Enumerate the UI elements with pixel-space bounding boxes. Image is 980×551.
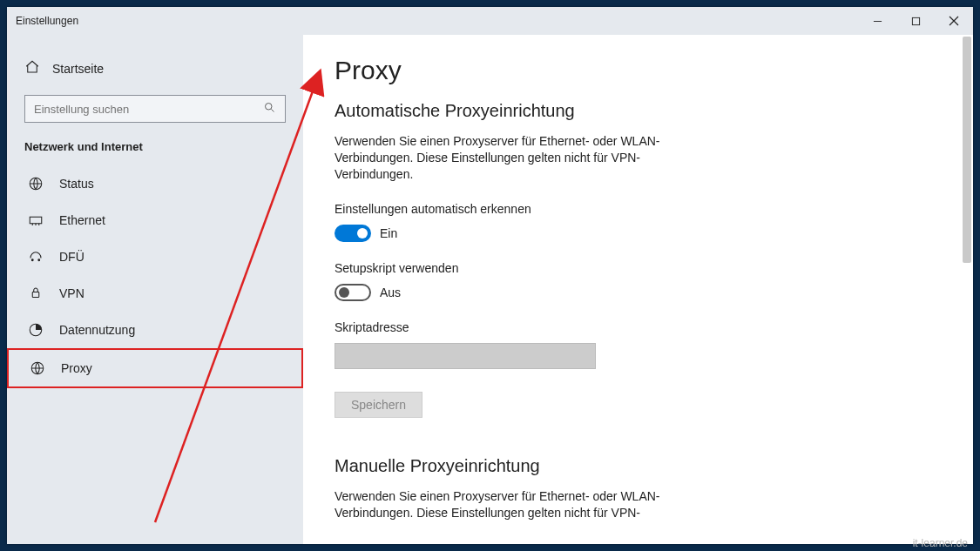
- vpn-icon: [28, 286, 44, 301]
- script-toggle[interactable]: [335, 284, 371, 301]
- main-content: Proxy Automatische Proxyeinrichtung Verw…: [303, 35, 973, 544]
- sidebar-item-proxy[interactable]: Proxy: [7, 348, 303, 388]
- titlebar: Einstellungen: [7, 7, 973, 35]
- close-button[interactable]: [935, 7, 973, 35]
- window-body: Startseite Netzwerk und Internet Status: [7, 35, 973, 544]
- globe-icon: [28, 176, 44, 192]
- svg-point-5: [38, 259, 40, 261]
- page-title: Proxy: [335, 56, 973, 85]
- detect-label: Einstellungen automatisch erkennen: [335, 202, 973, 216]
- sidebar-item-ethernet[interactable]: Ethernet: [7, 202, 303, 239]
- addr-label: Skriptadresse: [335, 320, 973, 334]
- sidebar: Startseite Netzwerk und Internet Status: [7, 35, 303, 544]
- sidebar-item-datausage[interactable]: Datennutzung: [7, 312, 303, 348]
- script-toggle-state: Aus: [380, 286, 401, 299]
- maximize-button[interactable]: [896, 7, 935, 35]
- window-title: Einstellungen: [16, 15, 78, 27]
- sidebar-home[interactable]: Startseite: [7, 52, 303, 84]
- scrollbar[interactable]: [963, 37, 971, 263]
- addr-input[interactable]: [335, 343, 596, 369]
- svg-rect-0: [912, 17, 919, 24]
- sidebar-home-label: Startseite: [52, 62, 104, 76]
- search-box[interactable]: [24, 95, 286, 123]
- minimize-button[interactable]: [858, 7, 896, 35]
- ethernet-icon: [28, 212, 44, 228]
- search-icon: [263, 101, 276, 117]
- script-label: Setupskript verwenden: [335, 261, 973, 275]
- save-button[interactable]: Speichern: [335, 392, 422, 418]
- svg-rect-6: [32, 292, 39, 298]
- sidebar-item-dialup[interactable]: DFÜ: [7, 239, 303, 275]
- proxy-icon: [30, 360, 45, 376]
- svg-point-1: [266, 104, 273, 111]
- sidebar-item-label: Ethernet: [59, 213, 105, 227]
- search-input[interactable]: [34, 103, 263, 116]
- section-desc-auto: Verwenden Sie einen Proxyserver für Ethe…: [335, 133, 700, 183]
- sidebar-item-label: VPN: [59, 286, 84, 300]
- window-controls: [858, 7, 973, 35]
- svg-rect-3: [30, 217, 42, 224]
- data-usage-icon: [28, 322, 44, 338]
- section-title-auto: Automatische Proxyeinrichtung: [335, 101, 973, 121]
- sidebar-item-status[interactable]: Status: [7, 165, 303, 202]
- sidebar-item-label: Status: [59, 177, 94, 191]
- sidebar-item-label: DFÜ: [59, 250, 84, 264]
- sidebar-item-label: Datennutzung: [59, 323, 135, 337]
- svg-point-4: [31, 259, 33, 261]
- watermark: it-learner.de: [913, 537, 968, 549]
- sidebar-item-label: Proxy: [61, 361, 92, 375]
- detect-toggle-row: Ein: [335, 225, 973, 242]
- settings-window: Einstellungen Startseite: [7, 7, 973, 544]
- script-toggle-row: Aus: [335, 284, 973, 301]
- home-icon: [24, 59, 40, 77]
- nav-header: Netzwerk und Internet: [7, 140, 303, 165]
- detect-toggle[interactable]: [335, 225, 371, 242]
- section-desc-manual: Verwenden Sie einen Proxyserver für Ethe…: [335, 488, 700, 521]
- dialup-icon: [28, 249, 44, 265]
- section-title-manual: Manuelle Proxyeinrichtung: [335, 456, 973, 476]
- save-button-label: Speichern: [351, 398, 406, 412]
- detect-toggle-state: Ein: [380, 226, 397, 240]
- sidebar-item-vpn[interactable]: VPN: [7, 275, 303, 312]
